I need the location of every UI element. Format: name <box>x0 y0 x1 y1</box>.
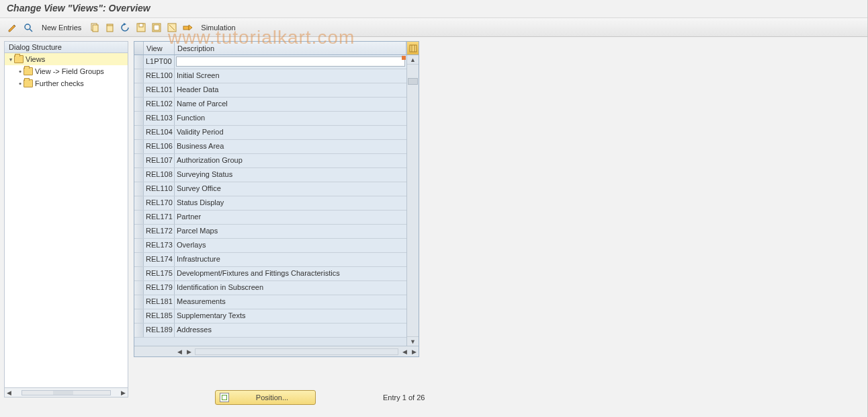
column-header-view[interactable]: View <box>144 42 175 54</box>
table-row[interactable]: REL175Development/Fixtures and Fittings … <box>134 267 406 281</box>
table-row[interactable]: REL189Addresses <box>134 324 406 338</box>
position-button[interactable]: Position... <box>215 390 316 405</box>
simulation-button[interactable]: Simulation <box>196 20 241 35</box>
scroll-right-icon[interactable]: ▶ <box>119 389 128 396</box>
table-row[interactable]: REL185Supplementary Texts <box>134 309 406 324</box>
scroll-left-icon[interactable]: ◀ <box>5 389 13 396</box>
hscroll-right2-icon[interactable]: ▶ <box>409 348 419 355</box>
table-row[interactable]: REL103Function <box>134 112 406 126</box>
row-selector[interactable] <box>134 309 144 323</box>
cell-view[interactable]: REL108 <box>144 168 175 182</box>
table-row[interactable]: REL100Initial Screen <box>134 69 406 83</box>
cell-view[interactable]: REL103 <box>144 112 175 125</box>
tree-horizontal-scrollbar[interactable]: ◀ ▶ <box>5 387 128 397</box>
cell-description[interactable]: Function <box>175 112 406 125</box>
horizontal-scrollbar[interactable]: ◀ ▶ ◀ ▶ <box>134 346 419 356</box>
cell-description[interactable]: Name of Parcel <box>175 98 406 111</box>
cell-view[interactable]: REL171 <box>144 211 175 224</box>
display-icon[interactable] <box>21 20 36 35</box>
cell-view[interactable]: REL102 <box>144 98 175 111</box>
cell-description[interactable]: Initial Screen <box>175 69 406 83</box>
row-selector[interactable] <box>134 211 144 224</box>
table-row[interactable]: L1PT00 <box>134 55 406 69</box>
cell-description[interactable]: Surveying Status <box>175 168 406 182</box>
delete-icon[interactable] <box>103 20 118 35</box>
cell-description[interactable]: Survey Office <box>175 182 406 196</box>
cell-description[interactable]: Addresses <box>175 324 406 337</box>
tree-toggle-icon[interactable]: • <box>17 79 24 88</box>
table-row[interactable]: REL181Measurements <box>134 295 406 309</box>
cell-view[interactable]: REL181 <box>144 295 175 309</box>
vscroll-thumb[interactable] <box>408 78 418 85</box>
cell-view[interactable]: REL107 <box>144 154 175 167</box>
row-selector[interactable] <box>134 140 144 153</box>
row-selector[interactable] <box>134 168 144 182</box>
tree-item-view-field-groups[interactable]: •View -> Field Groups <box>5 65 128 77</box>
cell-description[interactable]: Business Area <box>175 140 406 153</box>
cell-view[interactable]: REL106 <box>144 140 175 153</box>
cell-description[interactable]: Parcel Maps <box>175 225 406 238</box>
tree-item-views[interactable]: ▾Views <box>5 53 128 65</box>
column-header-description[interactable]: Description <box>175 42 406 54</box>
row-selector[interactable] <box>134 295 144 309</box>
scrollbar-track[interactable] <box>21 390 111 395</box>
hscroll-right-icon[interactable]: ▶ <box>184 348 193 355</box>
row-selector[interactable] <box>134 55 144 69</box>
new-entries-button[interactable]: New Entries <box>36 20 87 35</box>
tree-toggle-icon[interactable]: • <box>17 67 24 76</box>
hscroll-track[interactable] <box>195 348 398 355</box>
cell-description[interactable] <box>175 55 406 69</box>
cell-description[interactable]: Header Data <box>175 83 406 97</box>
copy-icon[interactable] <box>87 20 102 35</box>
table-row[interactable]: REL173Overlays <box>134 239 406 253</box>
cell-view[interactable]: REL100 <box>144 69 175 83</box>
description-input[interactable] <box>176 56 405 67</box>
table-row[interactable]: REL102Name of Parcel <box>134 98 406 112</box>
row-selector[interactable] <box>134 98 144 111</box>
save-icon[interactable] <box>134 20 148 35</box>
scroll-down-icon[interactable]: ▼ <box>407 336 419 346</box>
undo-icon[interactable] <box>118 20 133 35</box>
cell-description[interactable]: Infrastructure <box>175 253 406 266</box>
cell-description[interactable]: Partner <box>175 211 406 224</box>
deselect-all-icon[interactable] <box>165 20 179 35</box>
row-selector[interactable] <box>134 182 144 196</box>
cell-view[interactable]: REL175 <box>144 267 175 280</box>
table-row[interactable]: REL101Header Data <box>134 83 406 98</box>
hscroll-left-icon[interactable]: ◀ <box>175 348 184 355</box>
table-row[interactable]: REL179Identification in Subscreen <box>134 281 406 295</box>
row-selector[interactable] <box>134 324 144 337</box>
cell-view[interactable]: REL179 <box>144 281 175 295</box>
cell-view[interactable]: REL185 <box>144 309 175 323</box>
table-settings-icon[interactable] <box>406 42 419 54</box>
table-row[interactable]: REL174Infrastructure <box>134 253 406 267</box>
row-selector[interactable] <box>134 154 144 167</box>
cell-view[interactable]: REL189 <box>144 324 175 337</box>
row-selector[interactable] <box>134 83 144 97</box>
table-row[interactable]: REL104Validity Period <box>134 126 406 140</box>
table-row[interactable]: REL110Survey Office <box>134 182 406 196</box>
cell-description[interactable]: Development/Fixtures and Fittings Charac… <box>175 267 406 280</box>
vscroll-track[interactable] <box>407 65 419 336</box>
row-selector[interactable] <box>134 196 144 210</box>
transport-icon[interactable] <box>180 20 195 35</box>
row-selector[interactable] <box>134 281 144 295</box>
table-row[interactable]: REL172Parcel Maps <box>134 225 406 239</box>
cell-view[interactable]: REL104 <box>144 126 175 139</box>
cell-view[interactable]: REL110 <box>144 182 175 196</box>
cell-view[interactable]: REL173 <box>144 239 175 252</box>
tree-toggle-icon[interactable]: ▾ <box>7 55 14 64</box>
row-selector[interactable] <box>134 112 144 125</box>
row-selector[interactable] <box>134 267 144 280</box>
row-selector[interactable] <box>134 225 144 238</box>
table-row[interactable]: REL170Status Display <box>134 196 406 211</box>
cell-view[interactable]: REL174 <box>144 253 175 266</box>
cell-description[interactable]: Measurements <box>175 295 406 309</box>
hscroll-left2-icon[interactable]: ◀ <box>400 348 409 355</box>
cell-description[interactable]: Supplementary Texts <box>175 309 406 323</box>
cell-description[interactable]: Authorization Group <box>175 154 406 167</box>
table-row[interactable]: REL171Partner <box>134 211 406 225</box>
table-row[interactable]: REL106Business Area <box>134 140 406 154</box>
tree-item-further-checks[interactable]: •Further checks <box>5 77 128 89</box>
row-selector[interactable] <box>134 253 144 266</box>
